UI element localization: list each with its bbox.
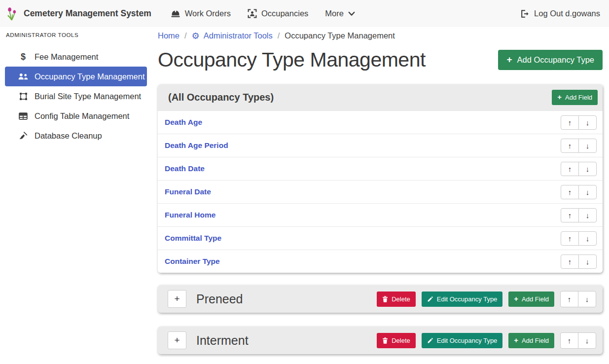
move-up-button[interactable]: ↑ bbox=[561, 231, 579, 246]
edit-occupancy-type-button[interactable]: Edit Occupancy Type bbox=[422, 291, 503, 307]
delete-label: Delete bbox=[392, 337, 410, 344]
sign-out-icon bbox=[520, 9, 530, 18]
plus-icon: + bbox=[506, 55, 512, 65]
sidebar-item-config-table-management[interactable]: Config Table Management bbox=[5, 106, 147, 126]
breadcrumb-current: Occupancy Type Management bbox=[285, 31, 395, 40]
breadcrumb-admin-tools-link[interactable]: ⚙ Administrator Tools bbox=[192, 31, 273, 40]
field-link[interactable]: Funeral Home bbox=[165, 211, 215, 219]
add-field-label: Add Field bbox=[522, 295, 549, 303]
plus-icon: + bbox=[514, 295, 518, 303]
reorder-controls: ↑ ↓ bbox=[561, 139, 597, 153]
move-down-button[interactable]: ↓ bbox=[578, 162, 597, 176]
chevron-down-icon bbox=[348, 11, 355, 16]
breadcrumb: Home / ⚙ Administrator Tools / Occupancy… bbox=[158, 31, 603, 40]
reorder-controls: ↑ ↓ bbox=[561, 115, 597, 130]
sidebar-item-fee-management[interactable]: $ Fee Management bbox=[5, 47, 147, 67]
dollar-icon: $ bbox=[17, 52, 30, 62]
pencil-icon bbox=[427, 337, 433, 344]
sidebar-heading: ADMINISTRATOR TOOLS bbox=[0, 27, 153, 40]
expand-button[interactable]: + bbox=[168, 290, 186, 308]
sidebar-item-label: Fee Management bbox=[35, 52, 98, 62]
breadcrumb-home-link[interactable]: Home bbox=[158, 31, 179, 40]
vector-square-icon bbox=[17, 92, 30, 101]
move-up-button[interactable]: ↑ bbox=[561, 115, 579, 130]
move-down-button[interactable]: ↓ bbox=[578, 208, 597, 222]
edit-occupancy-type-button[interactable]: Edit Occupancy Type bbox=[422, 333, 503, 348]
section-bar-preneed: + Preneed Delete bbox=[158, 285, 603, 313]
main-content: Home / ⚙ Administrator Tools / Occupancy… bbox=[158, 27, 603, 354]
person-frame-icon bbox=[248, 9, 257, 18]
move-up-button[interactable]: ↑ bbox=[560, 332, 578, 349]
section-title: Interment bbox=[196, 333, 249, 348]
add-field-label: Add Field bbox=[565, 94, 592, 101]
add-occupancy-type-button[interactable]: + Add Occupancy Type bbox=[498, 50, 603, 70]
field-row-death-date: Death Date ↑ ↓ bbox=[158, 157, 603, 180]
field-link[interactable]: Committal Type bbox=[165, 234, 221, 243]
edit-occupancy-type-label: Edit Occupancy Type bbox=[437, 295, 498, 303]
field-row-committal-type: Committal Type ↑ ↓ bbox=[158, 226, 603, 250]
users-icon bbox=[17, 73, 30, 80]
add-field-button[interactable]: + Add Field bbox=[508, 333, 554, 348]
delete-button[interactable]: Delete bbox=[377, 333, 416, 348]
title-row: Occupancy Type Management + Add Occupanc… bbox=[158, 48, 603, 72]
add-field-button[interactable]: + Add Field bbox=[508, 291, 554, 307]
field-row-funeral-home: Funeral Home ↑ ↓ bbox=[158, 203, 603, 226]
section-title: Preneed bbox=[196, 292, 243, 306]
all-occupancy-types-card: (All Occupancy Types) + Add Field Death … bbox=[158, 84, 603, 273]
field-row-death-age: Death Age ↑ ↓ bbox=[158, 110, 603, 134]
section-bar-interment: + Interment Delete bbox=[158, 327, 603, 354]
sidebar-item-database-cleanup[interactable]: Database Cleanup bbox=[5, 126, 147, 146]
move-down-button[interactable]: ↓ bbox=[578, 332, 596, 349]
delete-label: Delete bbox=[392, 295, 410, 303]
add-occupancy-type-label: Add Occupancy Type bbox=[517, 55, 594, 65]
nav-occupancies[interactable]: Occupancies bbox=[239, 5, 317, 22]
reorder-controls: ↑ ↓ bbox=[561, 162, 597, 176]
hard-hat-icon bbox=[171, 9, 180, 18]
tulip-logo-icon bbox=[6, 6, 19, 21]
field-link[interactable]: Death Age Period bbox=[165, 141, 228, 150]
field-link[interactable]: Death Date bbox=[165, 164, 205, 173]
reorder-controls: ↑ ↓ bbox=[561, 185, 597, 199]
logout-button[interactable]: Log Out d.gowans bbox=[520, 9, 600, 18]
all-occupancy-types-header: (All Occupancy Types) + Add Field bbox=[158, 84, 603, 110]
all-occupancy-types-title: (All Occupancy Types) bbox=[168, 92, 274, 103]
app-brand[interactable]: Cemetery Management System bbox=[6, 6, 151, 21]
move-down-button[interactable]: ↓ bbox=[578, 291, 596, 307]
page-title: Occupancy Type Management bbox=[158, 48, 426, 72]
app-title: Cemetery Management System bbox=[24, 8, 151, 19]
move-up-button[interactable]: ↑ bbox=[561, 255, 579, 269]
broom-icon bbox=[17, 132, 30, 140]
move-down-button[interactable]: ↓ bbox=[578, 139, 597, 153]
expand-button[interactable]: + bbox=[168, 331, 186, 349]
nav-more[interactable]: More bbox=[317, 5, 363, 22]
move-down-button[interactable]: ↓ bbox=[578, 231, 597, 246]
field-link[interactable]: Death Age bbox=[165, 118, 202, 127]
sidebar-item-occupancy-type-management[interactable]: Occupancy Type Management bbox=[5, 67, 147, 86]
move-up-button[interactable]: ↑ bbox=[561, 139, 579, 153]
nav-work-orders[interactable]: Work Orders bbox=[162, 5, 239, 22]
gear-icon: ⚙ bbox=[192, 32, 200, 40]
move-up-button[interactable]: ↑ bbox=[561, 162, 579, 176]
move-down-button[interactable]: ↓ bbox=[578, 255, 597, 269]
sidebar: ADMINISTRATOR TOOLS $ Fee Management Occ… bbox=[0, 27, 153, 364]
field-link[interactable]: Container Type bbox=[165, 257, 220, 266]
move-up-button[interactable]: ↑ bbox=[561, 185, 579, 199]
nav-occupancies-label: Occupancies bbox=[261, 9, 308, 18]
move-down-button[interactable]: ↓ bbox=[578, 185, 597, 199]
reorder-controls: ↑ ↓ bbox=[561, 231, 597, 246]
sidebar-item-label: Occupancy Type Management bbox=[35, 72, 145, 81]
move-down-button[interactable]: ↓ bbox=[578, 115, 597, 130]
sidebar-item-burial-site-type-management[interactable]: Burial Site Type Management bbox=[5, 86, 147, 106]
plus-icon: + bbox=[557, 94, 562, 101]
nav-more-label: More bbox=[325, 9, 344, 18]
delete-button[interactable]: Delete bbox=[377, 291, 416, 307]
nav-work-orders-label: Work Orders bbox=[185, 9, 231, 18]
field-link[interactable]: Funeral Date bbox=[165, 187, 211, 196]
sidebar-item-label: Config Table Management bbox=[35, 111, 129, 121]
move-up-button[interactable]: ↑ bbox=[560, 291, 578, 307]
nav-links: Work Orders Occupancies More bbox=[162, 5, 363, 22]
add-field-button[interactable]: + Add Field bbox=[552, 90, 598, 105]
edit-occupancy-type-label: Edit Occupancy Type bbox=[437, 337, 498, 344]
logout-label: Log Out d.gowans bbox=[534, 9, 600, 18]
move-up-button[interactable]: ↑ bbox=[561, 208, 579, 222]
